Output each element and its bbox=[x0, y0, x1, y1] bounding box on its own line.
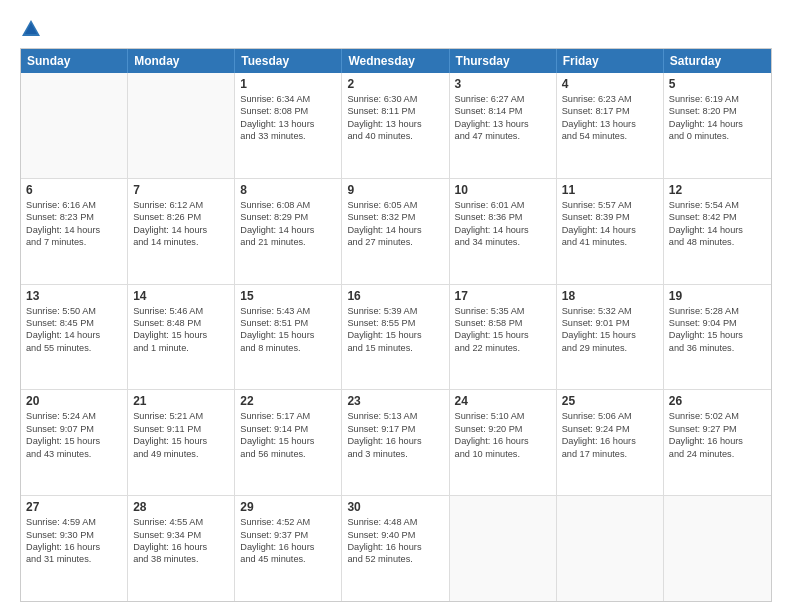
cell-line: Sunrise: 5:32 AM bbox=[562, 305, 658, 317]
day-number: 29 bbox=[240, 500, 336, 514]
cell-line: Sunrise: 5:43 AM bbox=[240, 305, 336, 317]
cell-line: and 55 minutes. bbox=[26, 342, 122, 354]
header-day-wednesday: Wednesday bbox=[342, 49, 449, 73]
cell-line: Sunset: 8:45 PM bbox=[26, 317, 122, 329]
calendar-cell bbox=[557, 496, 664, 601]
cell-line: Daylight: 14 hours bbox=[347, 224, 443, 236]
cell-line: Sunset: 9:11 PM bbox=[133, 423, 229, 435]
cell-line: and 22 minutes. bbox=[455, 342, 551, 354]
cell-line: Sunset: 8:26 PM bbox=[133, 211, 229, 223]
cell-line: Sunrise: 6:23 AM bbox=[562, 93, 658, 105]
day-number: 15 bbox=[240, 289, 336, 303]
cell-line: and 41 minutes. bbox=[562, 236, 658, 248]
calendar-row-4: 20Sunrise: 5:24 AMSunset: 9:07 PMDayligh… bbox=[21, 390, 771, 496]
header-day-sunday: Sunday bbox=[21, 49, 128, 73]
cell-line: Sunset: 8:14 PM bbox=[455, 105, 551, 117]
logo-icon bbox=[20, 18, 42, 40]
cell-line: and 15 minutes. bbox=[347, 342, 443, 354]
cell-line: and 7 minutes. bbox=[26, 236, 122, 248]
cell-line: Sunrise: 6:30 AM bbox=[347, 93, 443, 105]
calendar: SundayMondayTuesdayWednesdayThursdayFrid… bbox=[20, 48, 772, 602]
cell-line: Sunset: 9:04 PM bbox=[669, 317, 766, 329]
cell-line: and 31 minutes. bbox=[26, 553, 122, 565]
cell-line: Sunrise: 5:10 AM bbox=[455, 410, 551, 422]
cell-line: Sunset: 9:27 PM bbox=[669, 423, 766, 435]
cell-line: Sunrise: 6:08 AM bbox=[240, 199, 336, 211]
cell-line: Daylight: 16 hours bbox=[133, 541, 229, 553]
day-number: 23 bbox=[347, 394, 443, 408]
day-number: 21 bbox=[133, 394, 229, 408]
day-number: 1 bbox=[240, 77, 336, 91]
cell-line: Daylight: 14 hours bbox=[669, 118, 766, 130]
cell-line: Daylight: 16 hours bbox=[562, 435, 658, 447]
cell-line: Daylight: 13 hours bbox=[562, 118, 658, 130]
cell-line: Sunset: 9:40 PM bbox=[347, 529, 443, 541]
cell-line: and 45 minutes. bbox=[240, 553, 336, 565]
calendar-cell: 26Sunrise: 5:02 AMSunset: 9:27 PMDayligh… bbox=[664, 390, 771, 495]
cell-line: Sunset: 8:20 PM bbox=[669, 105, 766, 117]
cell-line: and 21 minutes. bbox=[240, 236, 336, 248]
day-number: 2 bbox=[347, 77, 443, 91]
calendar-cell: 12Sunrise: 5:54 AMSunset: 8:42 PMDayligh… bbox=[664, 179, 771, 284]
cell-line: Daylight: 14 hours bbox=[240, 224, 336, 236]
cell-line: Sunset: 8:11 PM bbox=[347, 105, 443, 117]
cell-line: Sunrise: 4:48 AM bbox=[347, 516, 443, 528]
day-number: 8 bbox=[240, 183, 336, 197]
cell-line: Sunrise: 5:21 AM bbox=[133, 410, 229, 422]
day-number: 14 bbox=[133, 289, 229, 303]
cell-line: Sunrise: 6:27 AM bbox=[455, 93, 551, 105]
cell-line: and 43 minutes. bbox=[26, 448, 122, 460]
cell-line: Sunset: 9:24 PM bbox=[562, 423, 658, 435]
calendar-body: 1Sunrise: 6:34 AMSunset: 8:08 PMDaylight… bbox=[21, 73, 771, 601]
cell-line: Daylight: 16 hours bbox=[455, 435, 551, 447]
cell-line: and 27 minutes. bbox=[347, 236, 443, 248]
day-number: 16 bbox=[347, 289, 443, 303]
day-number: 24 bbox=[455, 394, 551, 408]
calendar-cell bbox=[21, 73, 128, 178]
cell-line: Daylight: 16 hours bbox=[347, 541, 443, 553]
day-number: 17 bbox=[455, 289, 551, 303]
cell-line: Sunrise: 6:19 AM bbox=[669, 93, 766, 105]
cell-line: Sunset: 8:36 PM bbox=[455, 211, 551, 223]
day-number: 20 bbox=[26, 394, 122, 408]
cell-line: Sunset: 9:07 PM bbox=[26, 423, 122, 435]
header-day-friday: Friday bbox=[557, 49, 664, 73]
cell-line: Sunset: 9:01 PM bbox=[562, 317, 658, 329]
calendar-cell: 22Sunrise: 5:17 AMSunset: 9:14 PMDayligh… bbox=[235, 390, 342, 495]
cell-line: Sunrise: 5:24 AM bbox=[26, 410, 122, 422]
day-number: 5 bbox=[669, 77, 766, 91]
cell-line: and 1 minute. bbox=[133, 342, 229, 354]
cell-line: Sunrise: 4:59 AM bbox=[26, 516, 122, 528]
cell-line: Daylight: 14 hours bbox=[133, 224, 229, 236]
cell-line: Daylight: 15 hours bbox=[240, 329, 336, 341]
cell-line: Daylight: 14 hours bbox=[562, 224, 658, 236]
calendar-cell: 21Sunrise: 5:21 AMSunset: 9:11 PMDayligh… bbox=[128, 390, 235, 495]
cell-line: Daylight: 15 hours bbox=[133, 435, 229, 447]
day-number: 3 bbox=[455, 77, 551, 91]
cell-line: Sunrise: 5:54 AM bbox=[669, 199, 766, 211]
cell-line: and 47 minutes. bbox=[455, 130, 551, 142]
cell-line: and 10 minutes. bbox=[455, 448, 551, 460]
calendar-cell: 27Sunrise: 4:59 AMSunset: 9:30 PMDayligh… bbox=[21, 496, 128, 601]
calendar-cell: 11Sunrise: 5:57 AMSunset: 8:39 PMDayligh… bbox=[557, 179, 664, 284]
calendar-row-2: 6Sunrise: 6:16 AMSunset: 8:23 PMDaylight… bbox=[21, 179, 771, 285]
calendar-cell: 25Sunrise: 5:06 AMSunset: 9:24 PMDayligh… bbox=[557, 390, 664, 495]
cell-line: and 24 minutes. bbox=[669, 448, 766, 460]
cell-line: Sunset: 8:17 PM bbox=[562, 105, 658, 117]
cell-line: Sunset: 8:58 PM bbox=[455, 317, 551, 329]
cell-line: and 0 minutes. bbox=[669, 130, 766, 142]
page: SundayMondayTuesdayWednesdayThursdayFrid… bbox=[0, 0, 792, 612]
cell-line: Sunset: 9:30 PM bbox=[26, 529, 122, 541]
day-number: 10 bbox=[455, 183, 551, 197]
calendar-cell: 1Sunrise: 6:34 AMSunset: 8:08 PMDaylight… bbox=[235, 73, 342, 178]
cell-line: Sunrise: 6:34 AM bbox=[240, 93, 336, 105]
cell-line: Daylight: 14 hours bbox=[455, 224, 551, 236]
cell-line: Sunset: 8:51 PM bbox=[240, 317, 336, 329]
cell-line: Sunrise: 5:06 AM bbox=[562, 410, 658, 422]
day-number: 12 bbox=[669, 183, 766, 197]
cell-line: Daylight: 15 hours bbox=[562, 329, 658, 341]
calendar-cell: 2Sunrise: 6:30 AMSunset: 8:11 PMDaylight… bbox=[342, 73, 449, 178]
cell-line: Sunrise: 6:16 AM bbox=[26, 199, 122, 211]
cell-line: Sunset: 8:32 PM bbox=[347, 211, 443, 223]
cell-line: Daylight: 15 hours bbox=[669, 329, 766, 341]
